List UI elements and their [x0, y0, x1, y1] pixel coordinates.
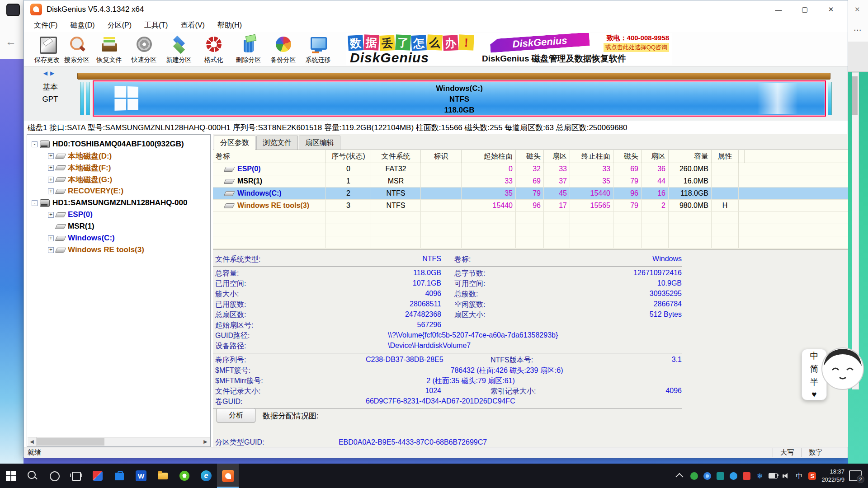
analyze-button[interactable]: 分析 — [217, 408, 255, 422]
tree-item[interactable]: - HD0:TOSHIBAMQ04ABF100(932GB) — [27, 138, 210, 150]
table-header-cell[interactable]: 磁头 — [613, 150, 642, 163]
close-button[interactable]: ✕ — [818, 0, 844, 19]
tray-expand-chevron-icon[interactable] — [676, 473, 684, 481]
search-partition-button[interactable]: 搜索分区 — [62, 33, 92, 65]
start-button[interactable] — [0, 464, 22, 488]
expand-toggle[interactable]: + — [48, 212, 54, 218]
expand-toggle[interactable]: + — [48, 235, 54, 241]
more-icon[interactable]: ⋯ — [854, 25, 862, 35]
tree-item[interactable]: + Windows(C:) — [27, 232, 210, 244]
table-header-cell[interactable]: 属性 — [712, 150, 739, 163]
re-tools-partition-block[interactable] — [828, 82, 832, 115]
table-header-cell[interactable]: 扇区 — [544, 150, 570, 163]
tree-item[interactable]: + 本地磁盘(D:) — [27, 150, 210, 162]
table-row[interactable]: Windows(C:) 2 NTFS 35 79 45 15440 96 16 … — [213, 188, 849, 200]
tray-red-icon[interactable] — [740, 464, 753, 488]
ime-indicator[interactable]: 中 — [793, 464, 806, 488]
table-row[interactable]: Windows RE tools(3) 3 NTFS 15440 96 17 1… — [213, 200, 849, 212]
expand-toggle[interactable]: + — [48, 165, 54, 171]
menu-item[interactable]: 帮助(H) — [211, 19, 248, 32]
back-arrow-icon[interactable]: ← — [5, 35, 16, 48]
file-explorer-icon[interactable] — [152, 464, 174, 488]
tray-teal-icon[interactable] — [714, 464, 727, 488]
expand-toggle[interactable]: + — [48, 247, 54, 253]
scroll-left-arrow[interactable]: ◀ — [28, 437, 37, 446]
tree-item[interactable]: + 本地磁盘(F:) — [27, 162, 210, 174]
minimize-button[interactable]: — — [765, 0, 792, 19]
tree-horizontal-scrollbar[interactable]: ◀ ▶ — [28, 437, 210, 446]
diskgenius-taskbar-icon[interactable] — [217, 464, 239, 488]
tab[interactable]: 浏览文件 — [256, 136, 298, 150]
tray-green-icon[interactable] — [688, 464, 701, 488]
ime-mode-item[interactable]: 半 — [810, 376, 819, 388]
table-header-cell[interactable]: 文件系统 — [371, 150, 421, 163]
table-header-cell[interactable]: 终止柱面 — [570, 150, 613, 163]
save-changes-button[interactable]: 保存更改 — [32, 33, 62, 65]
table-row[interactable]: ESP(0) 0 FAT32 0 32 33 33 69 36 260.0MB — [213, 163, 849, 175]
prev-disk-arrow[interactable]: ◀ — [43, 70, 50, 76]
tray-snowflake-icon[interactable]: ❄ — [753, 464, 766, 488]
tree-item[interactable]: + 本地磁盘(G:) — [27, 174, 210, 185]
clock[interactable]: 18:37 2022/5/9 — [821, 468, 844, 483]
table-header-cell[interactable]: 磁头 — [516, 150, 544, 163]
tree-item[interactable]: MSR(1) — [27, 221, 210, 232]
background-scrollbar[interactable] — [852, 72, 859, 389]
table-header-cell[interactable]: 卷标 — [213, 150, 326, 163]
msr-partition-block[interactable] — [86, 82, 90, 115]
table-header-cell[interactable]: 容量 — [669, 150, 712, 163]
esp-partition-block[interactable] — [80, 82, 84, 115]
tab[interactable]: 分区参数 — [214, 136, 255, 150]
word-icon[interactable]: W — [130, 464, 152, 488]
format-button[interactable]: 格式化 — [196, 33, 231, 65]
banner-qq-link[interactable]: 或点击此处选择QQ咨询 — [604, 43, 669, 52]
next-disk-arrow[interactable]: ▶ — [50, 70, 57, 76]
green-browser-icon[interactable] — [174, 464, 195, 488]
delete-partition-button[interactable]: 删除分区 — [231, 33, 266, 65]
tray-qq-icon[interactable] — [727, 464, 740, 488]
table-row[interactable] — [213, 224, 849, 236]
battery-icon[interactable] — [766, 464, 779, 488]
new-partition-button[interactable]: 新建分区 — [161, 33, 196, 65]
tray-globe-icon[interactable] — [701, 464, 714, 488]
ime-mode-item[interactable]: 中 — [810, 350, 819, 362]
table-row[interactable]: MSR(1) 1 MSR 33 69 37 35 79 44 16.0MB — [213, 175, 849, 188]
backup-partition-button[interactable]: 备份分区 — [266, 33, 301, 65]
tree-item[interactable]: + RECOVERY(E:) — [27, 185, 210, 197]
quick-partition-button[interactable]: 快速分区 — [127, 33, 161, 65]
background-close-icon[interactable]: ✕ — [854, 5, 860, 14]
ime-mode-item[interactable]: ♥ — [811, 389, 816, 399]
action-center-icon[interactable]: 2 — [849, 470, 862, 481]
expand-toggle[interactable]: + — [48, 188, 54, 194]
sogou-icon[interactable]: S — [806, 464, 819, 488]
menu-item[interactable]: 查看(V) — [174, 19, 211, 32]
expand-toggle[interactable]: - — [32, 141, 38, 147]
table-row[interactable] — [213, 212, 849, 224]
windows-c-partition-block[interactable]: Windows(C:) NTFS 118.0GB — [93, 80, 826, 117]
volume-icon[interactable] — [779, 464, 793, 488]
expand-toggle[interactable]: - — [32, 200, 38, 206]
table-header-cell[interactable]: 扇区 — [642, 150, 669, 163]
colored-app-icon[interactable] — [87, 464, 108, 488]
maximize-button[interactable]: ▢ — [792, 0, 818, 19]
microsoft-store-icon[interactable] — [108, 464, 130, 488]
table-header-cell[interactable]: 标识 — [421, 150, 462, 163]
ime-mode-item[interactable]: 简 — [810, 363, 819, 375]
menu-item[interactable]: 分区(P) — [101, 19, 138, 32]
tree-item[interactable]: + ESP(0) — [27, 209, 210, 221]
search-icon[interactable] — [22, 464, 43, 488]
scroll-right-arrow[interactable]: ▶ — [201, 437, 210, 446]
menu-item[interactable]: 磁盘(D) — [64, 19, 101, 32]
scrollbar-thumb[interactable] — [37, 438, 104, 446]
expand-toggle[interactable]: + — [48, 177, 54, 183]
title-bar[interactable]: DiskGenius V5.4.3.1342 x64 — ▢ ✕ — [24, 0, 848, 19]
table-row[interactable] — [213, 236, 849, 249]
menu-item[interactable]: 文件(F) — [28, 19, 64, 32]
tab[interactable]: 扇区编辑 — [299, 136, 340, 150]
ad-banner[interactable]: 数 据 丢 了 怎 么 办 ！ — [346, 33, 672, 65]
table-header-cell[interactable]: 序号(状态) — [326, 150, 371, 163]
task-view-icon[interactable] — [65, 464, 87, 488]
table-header-cell[interactable]: 起始柱面 — [462, 150, 516, 163]
edge-icon[interactable]: e — [195, 464, 217, 488]
tree-item[interactable]: - HD1:SAMSUNGMZNLN128HAHQ-000 — [27, 197, 210, 209]
tree-item[interactable]: + Windows RE tools(3) — [27, 244, 210, 256]
